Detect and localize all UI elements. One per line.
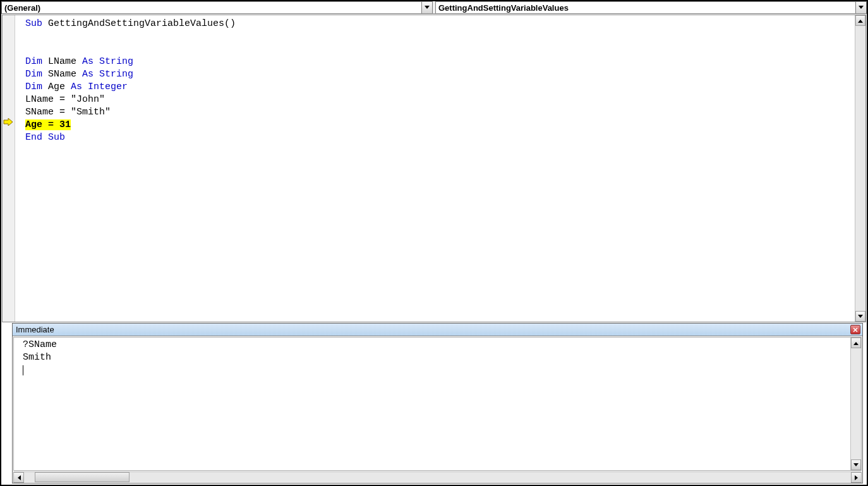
vba-editor-container: (General) GettingAndSettingVariableValue… [1, 1, 867, 485]
scrollbar-track[interactable] [130, 472, 851, 482]
immediate-titlebar[interactable]: Immediate [13, 324, 862, 336]
stmt-sname-assign: SName = "Smith" [25, 107, 111, 118]
procedure-dropdown-value: GettingAndSettingVariableValues [438, 3, 569, 13]
var-sname: SName [42, 69, 82, 80]
scroll-right-button[interactable] [851, 472, 862, 483]
immediate-line: Smith [23, 352, 51, 363]
immediate-window: Immediate ?SName Smith [12, 323, 863, 483]
keyword-as: As [71, 82, 82, 92]
keyword-dim: Dim [25, 69, 42, 80]
keyword-end: End [25, 132, 42, 143]
editor-vertical-scrollbar[interactable] [855, 15, 865, 322]
scroll-up-button[interactable] [851, 337, 861, 348]
keyword-dim: Dim [25, 56, 42, 67]
code-editor[interactable]: Sub GettingAndSettingVariableValues() Di… [2, 15, 866, 322]
var-lname: LName [42, 56, 82, 67]
keyword-as: As [82, 69, 93, 80]
immediate-text-area[interactable]: ?SName Smith [14, 337, 850, 470]
keyword-sub: Sub [25, 18, 42, 29]
keyword-string: String [99, 56, 133, 67]
immediate-vertical-scrollbar[interactable] [850, 337, 861, 470]
chevron-down-icon[interactable] [421, 2, 432, 13]
object-dropdown[interactable]: (General) [1, 1, 433, 14]
stmt-age-assign-current-line: Age = 31 [25, 119, 71, 130]
stmt-lname-assign: LName = "John" [25, 94, 105, 105]
editor-gutter[interactable] [3, 15, 15, 322]
scroll-down-button[interactable] [851, 459, 861, 470]
keyword-dim: Dim [25, 82, 42, 92]
code-content[interactable]: Sub GettingAndSettingVariableValues() Di… [15, 15, 855, 322]
scrollbar-thumb[interactable] [35, 472, 130, 482]
close-button[interactable] [850, 325, 860, 334]
object-procedure-bar: (General) GettingAndSettingVariableValue… [1, 1, 867, 14]
keyword-integer: Integer [88, 82, 128, 92]
object-dropdown-value: (General) [4, 3, 40, 13]
chevron-down-icon[interactable] [855, 2, 866, 13]
close-icon [853, 327, 858, 332]
scroll-left-button[interactable] [13, 472, 24, 483]
immediate-line: ?SName [23, 339, 57, 350]
immediate-title-text: Immediate [16, 325, 54, 334]
procedure-dropdown[interactable]: GettingAndSettingVariableValues [435, 1, 867, 14]
immediate-horizontal-scrollbar[interactable] [13, 471, 862, 482]
scroll-down-button[interactable] [855, 311, 865, 322]
var-age: Age [42, 82, 71, 92]
sub-name: GettingAndSettingVariableValues() [42, 18, 236, 29]
text-cursor [23, 365, 23, 375]
keyword-sub: Sub [48, 132, 65, 143]
keyword-as: As [82, 56, 93, 67]
keyword-string: String [99, 69, 133, 80]
immediate-body: ?SName Smith [13, 337, 862, 471]
execution-pointer-icon [3, 118, 13, 126]
scroll-up-button[interactable] [855, 15, 865, 26]
